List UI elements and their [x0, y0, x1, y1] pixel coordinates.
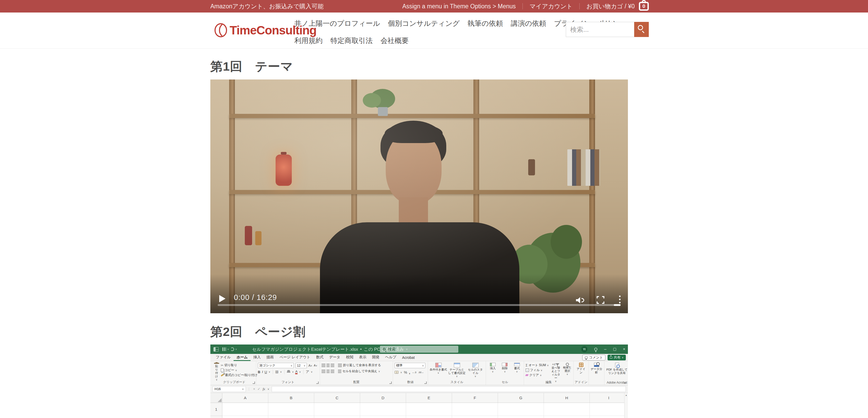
- column-header: C: [314, 393, 360, 403]
- search-icon: [383, 348, 385, 350]
- number-format-value: 標準: [396, 363, 402, 368]
- fill-label: フィル: [530, 368, 540, 372]
- spreadsheet-cell: [406, 403, 452, 416]
- spreadsheet-cell: [498, 416, 544, 418]
- delete-label: 削除: [502, 367, 507, 370]
- delete-cells-icon: [502, 363, 507, 366]
- grow-font-icon: A: [308, 364, 311, 368]
- search-input[interactable]: [566, 22, 634, 37]
- brush-icon: [221, 374, 224, 377]
- dialog-launcher-icon: [253, 382, 255, 384]
- nav-link-lecture[interactable]: 講演の依頼: [511, 19, 546, 28]
- caret-up-icon: ∨: [311, 364, 312, 367]
- video-progress-bar[interactable]: [218, 304, 621, 306]
- play-button[interactable]: [219, 295, 225, 302]
- nav-link-commerce-law[interactable]: 特定商取引法: [331, 36, 373, 45]
- ribbon-tab-bar: ファイル ホーム 挿入 描画 ページ レイアウト 数式 データ 校閲 表示 開発…: [210, 354, 628, 361]
- format-painter-label: 書式のコピー/貼り付け: [225, 373, 257, 377]
- sort-filter-button: A Z 並べ替えとフィルター ∨: [550, 363, 561, 380]
- cell-styles-button: セルのスタイル ∨: [467, 363, 484, 380]
- nav-link-writing[interactable]: 執筆の依頼: [468, 19, 503, 28]
- mute-button[interactable]: [575, 297, 585, 304]
- analyze-data-label: データ分析: [590, 368, 602, 374]
- spreadsheet-cell: [222, 416, 268, 418]
- decrease-decimal-icon: .00→: [418, 371, 424, 374]
- column-header: F: [452, 393, 498, 403]
- column-header: I: [590, 393, 628, 403]
- format-painter-button: 書式のコピー/貼り付け: [221, 373, 257, 378]
- video-player-1[interactable]: 0:00 / 16:29: [210, 79, 628, 313]
- fill-button: ↓ フィル ∨: [526, 368, 549, 373]
- chevron-down-icon: ∨: [456, 375, 458, 378]
- excel-app-icon: [214, 347, 219, 352]
- group-label: 編集: [524, 380, 574, 384]
- chevron-down-icon: ∨: [299, 371, 301, 373]
- cart-link[interactable]: お買い物カゴ / ¥0: [586, 2, 635, 10]
- search-button[interactable]: [634, 22, 649, 37]
- restore-button: [613, 348, 616, 351]
- formula-bar: H16 ∨ ⋮ × ✓ fx ∨: [210, 385, 628, 393]
- spreadsheet-cell: [268, 416, 314, 418]
- tab-acrobat: Acrobat: [399, 354, 417, 361]
- format-cells-icon: [514, 363, 520, 366]
- fullscreen-button[interactable]: [597, 296, 604, 304]
- accounting-format-icon: [395, 371, 399, 374]
- spreadsheet-cell: [314, 403, 360, 416]
- conditional-formatting-button: 条件付き書式 ∨: [430, 363, 447, 380]
- nav-link-profile[interactable]: 井ノ上陽一のプロフィール: [294, 19, 380, 28]
- excel-search-placeholder: 検索: [388, 347, 396, 352]
- magnifier-icon: [566, 363, 569, 366]
- column-header: H: [544, 393, 590, 403]
- styles-group: 条件付き書式 ∨ テーブルとして書式設定 ∨ セルのスタイル ∨ スタイル: [428, 361, 486, 385]
- spreadsheet-grid: A B C D E F G H I 1: [210, 393, 628, 418]
- section2-heading: 第2回 ページ割: [210, 324, 306, 340]
- assign-menu-link[interactable]: Assign a menu in Theme Options > Menus: [402, 3, 516, 10]
- bullet-separator: •: [360, 347, 362, 352]
- borders-icon: ⊞: [275, 370, 279, 374]
- nav-link-terms[interactable]: 利用規約: [294, 36, 322, 45]
- my-account-link[interactable]: マイアカウント: [529, 2, 572, 10]
- underline-button: U: [265, 370, 267, 374]
- tab-insert: 挿入: [251, 354, 264, 361]
- cancel-icon: ×: [253, 387, 255, 391]
- find-select-label: 検索と選択: [563, 366, 572, 373]
- sigma-icon: Σ: [526, 363, 527, 367]
- nav-link-company[interactable]: 会社概要: [380, 36, 409, 45]
- clock-logo-icon: [214, 23, 227, 38]
- fill-color-icon: [287, 370, 290, 373]
- create-pdf-button: PDF を作成してリンクを共有: [606, 363, 628, 375]
- clipboard-group: 貼り付け ∨ ✂ 切り取り コピー ∨ 書式のコピー/貼り付け: [212, 361, 256, 385]
- spreadsheet-cell: [406, 416, 452, 418]
- topbar: Amazonアカウント、お振込みで購入可能 Assign a menu in T…: [0, 0, 868, 12]
- italic-button: I: [262, 370, 263, 374]
- chevron-down-icon: ∨: [474, 375, 476, 378]
- formula-input: [272, 386, 626, 392]
- font-group: 游ゴシック ∨ 12 ∨ A∨ A∨ B I U ∨ ⊞: [256, 361, 320, 385]
- spreadsheet-cell: [544, 403, 590, 416]
- scroll-up-icon: ▲: [625, 394, 627, 418]
- copy-button: コピー ∨: [221, 368, 257, 373]
- column-header: E: [406, 393, 452, 403]
- chevron-down-icon: ∨: [541, 369, 542, 372]
- spreadsheet-row: 1: [210, 403, 628, 416]
- paste-label: 貼り付け: [214, 364, 219, 378]
- tab-review: 校閲: [343, 354, 356, 361]
- spreadsheet-cell: [590, 416, 628, 418]
- phonetic-button: ア: [306, 370, 309, 374]
- addins-button: アドイン: [575, 363, 587, 374]
- cell-styles-icon: [472, 363, 478, 368]
- group-label: スタイル: [428, 380, 486, 384]
- group-label: アドイン: [574, 380, 589, 384]
- nav-link-consulting[interactable]: 個別コンサルティング: [388, 19, 460, 28]
- format-label: 書式: [514, 367, 520, 370]
- insert-cells-icon: [490, 363, 496, 366]
- eraser-icon: [525, 374, 529, 376]
- cart-icon[interactable]: 0: [639, 2, 649, 11]
- share-label: 共有: [614, 355, 620, 360]
- video-player-2[interactable]: ∨ ∨ セルフマガジンプロジェクトExcelテンプレート.xlsx • この P…: [210, 345, 628, 418]
- divider: [273, 370, 273, 374]
- more-options-button[interactable]: [619, 295, 621, 303]
- cart-handle-icon: [642, 0, 646, 3]
- tab-draw: 描画: [264, 354, 277, 361]
- copy-icon: [221, 369, 224, 372]
